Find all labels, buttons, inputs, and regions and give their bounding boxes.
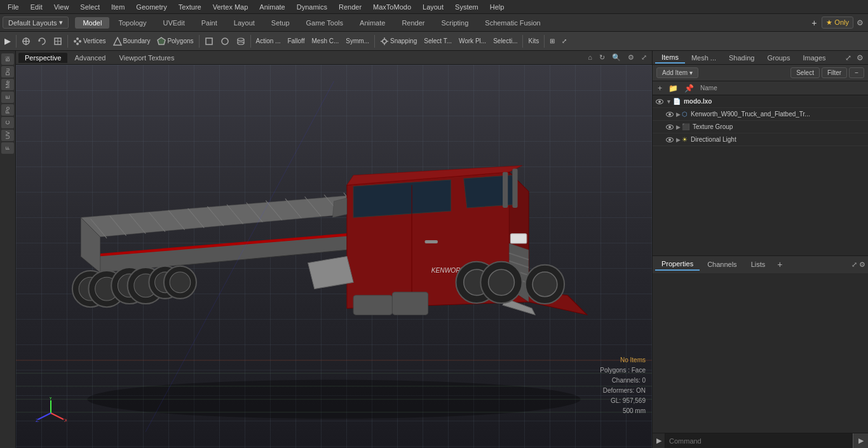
transform-icon-btn[interactable] [18, 34, 34, 49]
viewport-expand-icon[interactable]: ⤢ [639, 53, 649, 62]
menu-render[interactable]: Render [334, 2, 367, 12]
scale-icon-btn[interactable] [50, 34, 65, 49]
menu-dynamics[interactable]: Dynamics [292, 2, 332, 12]
snapping-btn[interactable]: Snapping [377, 34, 420, 49]
layout-tab-layout[interactable]: Layout [226, 17, 262, 29]
minus-button[interactable]: − [849, 67, 864, 78]
panel-tab-groups[interactable]: Groups [761, 53, 796, 63]
panel-settings-icon[interactable]: ⚙ [855, 53, 865, 63]
sidebar-item-po[interactable]: Po [1, 104, 14, 116]
layout-tab-model[interactable]: Model [75, 17, 109, 29]
expand-icon-0[interactable]: ▼ [666, 98, 672, 105]
filter-button[interactable]: Filter [822, 67, 847, 78]
item-row-kenworth[interactable]: ▶ ⬡ Kenworth_W900_Truck_and_Flatbed_Tr..… [653, 108, 868, 121]
menu-view[interactable]: View [49, 2, 74, 12]
expand-icon-2[interactable]: ▶ [676, 124, 681, 130]
lower-tab-lists[interactable]: Lists [745, 259, 772, 270]
add-item-button[interactable]: Add Item ▾ [656, 67, 698, 78]
layout-tab-setup[interactable]: Setup [264, 17, 297, 29]
panel-tab-items[interactable]: Items [655, 52, 685, 64]
visibility-toggle-3[interactable] [665, 135, 674, 144]
mesh-btn[interactable]: Mesh C... [309, 34, 342, 49]
lower-tab-channels[interactable]: Channels [701, 259, 743, 270]
visibility-toggle-0[interactable] [655, 97, 664, 106]
rotate-icon-btn[interactable] [34, 34, 50, 49]
menu-system[interactable]: System [450, 2, 484, 12]
viewport-settings-icon[interactable]: ⚙ [625, 53, 637, 62]
viewport-rotate-icon[interactable]: ↻ [597, 53, 607, 62]
viewport-zoom-icon[interactable]: 🔍 [609, 53, 623, 62]
select-t-btn[interactable]: Select T... [421, 34, 455, 49]
cube-shape-btn[interactable] [201, 34, 217, 49]
panel-expand-icon[interactable]: ⤢ [843, 53, 853, 63]
items-pin-icon[interactable]: 📌 [682, 83, 696, 93]
menu-help[interactable]: Help [485, 2, 510, 12]
command-arrow-icon[interactable]: ▶ [653, 433, 665, 449]
sidebar-item-uv[interactable]: UV [1, 130, 14, 141]
polygons-mode-btn[interactable]: Polygons [154, 34, 196, 49]
menu-select[interactable]: Select [75, 2, 105, 12]
menu-maxtomodo[interactable]: MaxToModo [368, 2, 416, 12]
item-row-texture-group[interactable]: ▶ ⬛ Texture Group [653, 121, 868, 133]
menu-vertex-map[interactable]: Vertex Map [208, 2, 254, 12]
menu-texture[interactable]: Texture [173, 2, 207, 12]
item-row-directional-light[interactable]: ▶ ☀ Directional Light [653, 133, 868, 146]
panel-tab-mesh[interactable]: Mesh ... [685, 53, 722, 63]
layout-tab-render[interactable]: Render [394, 17, 432, 29]
visibility-toggle-1[interactable] [665, 110, 674, 119]
boundary-mode-btn[interactable]: Boundary [110, 34, 154, 49]
sidebar-item-du[interactable]: Du [1, 66, 14, 78]
viewport[interactable]: KENWORTH [16, 65, 652, 448]
menu-edit[interactable]: Edit [25, 2, 48, 12]
menu-animate[interactable]: Animate [254, 2, 290, 12]
layout-tab-animate[interactable]: Animate [352, 17, 393, 29]
kits-btn[interactable]: Kits [525, 34, 542, 49]
vertices-mode-btn[interactable]: Vertices [70, 34, 109, 49]
add-layout-button[interactable]: + [808, 18, 820, 28]
expand-icon-3[interactable]: ▶ [676, 137, 681, 143]
layout-settings-icon[interactable]: ⚙ [855, 18, 865, 28]
items-folder-icon[interactable]: 📁 [666, 83, 681, 93]
symm-btn[interactable]: Symm... [342, 34, 372, 49]
layout-tab-game-tools[interactable]: Game Tools [299, 17, 351, 29]
menu-file[interactable]: File [3, 2, 24, 12]
sphere-shape-btn[interactable] [217, 34, 233, 49]
only-filter-button[interactable]: ★ Only [822, 17, 853, 29]
item-row-modo-lxo[interactable]: ▼ 📄 modo.lxo [653, 95, 868, 108]
cylinder-shape-btn[interactable] [233, 34, 248, 49]
sidebar-item-e[interactable]: E [1, 92, 14, 103]
run-command-button[interactable]: ▶ [853, 433, 868, 449]
viewport-tab-perspective[interactable]: Perspective [18, 53, 67, 63]
viewport-home-icon[interactable]: ⌂ [585, 53, 595, 62]
layout-tab-scripting[interactable]: Scripting [434, 17, 477, 29]
panel-tab-images[interactable]: Images [796, 53, 832, 63]
expand-icon-1[interactable]: ▶ [676, 111, 681, 118]
lower-tab-properties[interactable]: Properties [655, 258, 700, 271]
viewport-tab-advanced[interactable]: Advanced [68, 53, 112, 63]
selecti-btn[interactable]: Selecti... [490, 34, 520, 49]
layout-dropdown[interactable]: Default Layouts ▾ [3, 17, 69, 29]
items-add-icon[interactable]: + [655, 83, 665, 93]
falloff-btn[interactable]: Falloff [284, 34, 308, 49]
command-input[interactable] [665, 433, 853, 448]
lower-add-tab-button[interactable]: + [774, 259, 785, 269]
work-pl-btn[interactable]: Work Pl... [456, 34, 489, 49]
maximize-btn[interactable]: ⤢ [559, 34, 570, 49]
sidebar-item-me[interactable]: Me [1, 79, 14, 90]
layout-tab-uvedit[interactable]: UVEdit [155, 17, 192, 29]
expand-layout-btn[interactable]: ⊞ [546, 34, 558, 49]
visibility-toggle-2[interactable] [665, 123, 674, 132]
select-mode-btn[interactable]: ▶ [1, 34, 14, 49]
select-button[interactable]: Select [790, 67, 820, 78]
layout-tab-topology[interactable]: Topology [111, 17, 154, 29]
viewport-tab-textures[interactable]: Viewport Textures [112, 53, 180, 63]
layout-tab-schematic-fusion[interactable]: Schematic Fusion [477, 17, 548, 29]
sidebar-item-c[interactable]: C [1, 117, 14, 128]
menu-geometry[interactable]: Geometry [131, 2, 172, 12]
lower-expand-icon[interactable]: ⤢ ⚙ [851, 261, 865, 269]
sidebar-item-f[interactable]: F [1, 142, 14, 154]
action-btn[interactable]: Action ... [253, 34, 284, 49]
menu-layout[interactable]: Layout [417, 2, 449, 12]
menu-item[interactable]: Item [106, 2, 130, 12]
panel-tab-shading[interactable]: Shading [722, 53, 761, 63]
